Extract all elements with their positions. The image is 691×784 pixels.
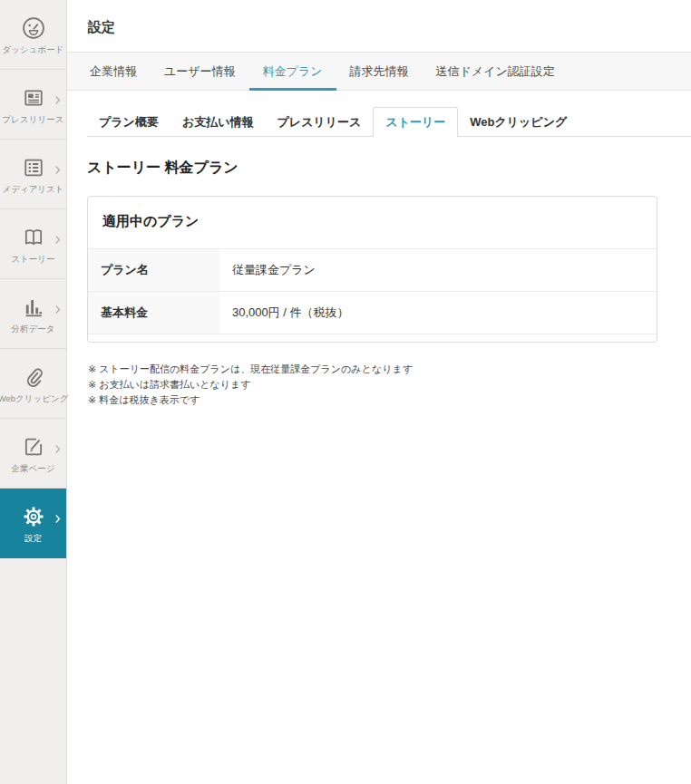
table-row: プラン名 従量課金プラン [88, 248, 657, 291]
sidebar-item-pressrelease[interactable]: プレスリリース [0, 70, 66, 140]
sidebar-item-companypage[interactable]: 企業ページ [0, 419, 66, 489]
note-line: ※ 料金は税抜き表示です [88, 392, 691, 408]
tab-company-info[interactable]: 企業情報 [76, 53, 151, 90]
chevron-right-icon [54, 514, 61, 524]
chevron-right-icon [54, 444, 61, 454]
plan-name-label: プラン名 [88, 249, 219, 291]
plan-table: プラン名 従量課金プラン 基本料金 30,000円 / 件（税抜） [88, 248, 657, 334]
chevron-right-icon [54, 235, 61, 245]
tab-sender-domain-auth[interactable]: 送信ドメイン認証設定 [423, 53, 569, 90]
sidebar-item-label: ダッシュボード [3, 45, 64, 54]
current-plan-card: 適用中のプラン プラン名 従量課金プラン 基本料金 30,000円 / 件（税抜… [87, 196, 657, 343]
table-row: 基本料金 30,000円 / 件（税抜） [88, 291, 657, 334]
chevron-right-icon [54, 305, 61, 315]
companypage-icon [21, 434, 46, 460]
sidebar-item-medialist[interactable]: メディアリスト [0, 140, 66, 209]
plan-notes: ※ ストーリー配信の料金プランは、現在従量課金プランのみとなります ※ お支払い… [88, 362, 691, 408]
price-plan-subtabbar: プラン概要 お支払い情報 プレスリリース ストーリー Webクリッピング [87, 107, 691, 137]
story-icon [21, 225, 46, 250]
analytics-icon [21, 295, 46, 320]
sidebar-item-label: 分析データ [12, 324, 55, 334]
sidebar-item-webclipping[interactable]: Webクリッピング [0, 349, 66, 419]
pressrelease-icon [21, 85, 46, 111]
subtab-plan-overview[interactable]: プラン概要 [87, 108, 170, 136]
settings-tabbar: 企業情報 ユーザー情報 料金プラン 請求先情報 送信ドメイン認証設定 [67, 52, 691, 91]
subtab-press-release[interactable]: プレスリリース [266, 108, 374, 136]
tab-price-plan[interactable]: 料金プラン [249, 53, 336, 90]
sidebar-item-label: メディアリスト [2, 185, 63, 194]
base-fee-label: 基本料金 [88, 292, 219, 334]
sidebar-item-dashboard[interactable]: ダッシュボード [0, 0, 66, 70]
chevron-right-icon [54, 95, 61, 105]
base-fee-value: 30,000円 / 件（税抜） [219, 292, 657, 334]
page-header: 設定 [67, 0, 691, 52]
chevron-right-icon [54, 165, 61, 175]
page-header-title: 設定 [88, 19, 691, 36]
settings-icon [21, 504, 46, 529]
subtab-web-clipping[interactable]: Webクリッピング [458, 108, 579, 136]
sidebar-item-label: 設定 [24, 534, 42, 543]
tab-billing-info[interactable]: 請求先情報 [336, 53, 423, 90]
sidebar-item-label: ストーリー [11, 255, 54, 264]
sidebar-item-settings[interactable]: 設定 [0, 489, 66, 558]
sidebar: ダッシュボード プレスリリース メディアリスト [0, 0, 67, 784]
note-line: ※ お支払いは請求書払いとなります [88, 377, 691, 392]
sidebar-item-analytics[interactable]: 分析データ [0, 279, 66, 349]
webclipping-icon [21, 364, 46, 390]
sidebar-item-label: 企業ページ [12, 464, 55, 473]
app-window: ダッシュボード プレスリリース メディアリスト [0, 0, 691, 784]
main-content: 設定 企業情報 ユーザー情報 料金プラン 請求先情報 送信ドメイン認証設定 プラ… [67, 0, 691, 784]
page-title: ストーリー 料金プラン [87, 159, 691, 178]
sidebar-item-story[interactable]: ストーリー [0, 209, 66, 279]
sidebar-item-label: Webクリッピング [0, 394, 68, 403]
dashboard-icon [21, 15, 46, 41]
subtab-payment-info[interactable]: お支払い情報 [170, 108, 266, 136]
sidebar-item-label: プレスリリース [3, 115, 64, 124]
note-line: ※ ストーリー配信の料金プランは、現在従量課金プランのみとなります [88, 362, 691, 377]
tab-user-info[interactable]: ユーザー情報 [151, 53, 249, 90]
plan-name-value: 従量課金プラン [219, 249, 657, 291]
medialist-icon [21, 155, 46, 180]
current-plan-card-title: 適用中のプラン [88, 197, 657, 248]
subtab-story[interactable]: ストーリー [373, 107, 458, 137]
